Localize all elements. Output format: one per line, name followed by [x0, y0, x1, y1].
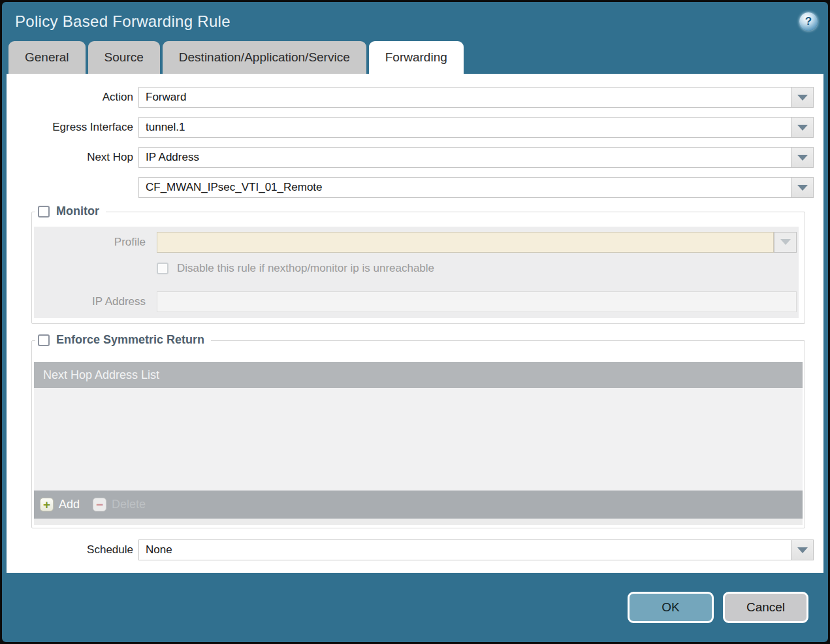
monitor-ip-address-label: IP Address	[34, 295, 157, 308]
next-hop-type-select	[138, 147, 814, 168]
cancel-button[interactable]: Cancel	[723, 592, 808, 623]
tab-forwarding[interactable]: Forwarding	[369, 41, 464, 74]
table-header: Next Hop Address List	[34, 362, 803, 388]
schedule-row: Schedule	[12, 539, 814, 560]
horizontal-scrollbar[interactable]	[34, 519, 803, 525]
egress-interface-label: Egress Interface	[12, 121, 138, 134]
action-input[interactable]	[138, 87, 791, 108]
next-hop-address-input[interactable]	[138, 177, 791, 198]
enforce-symmetric-return-legend: Enforce Symmetric Return	[35, 333, 211, 347]
delete-button: − Delete	[93, 498, 146, 511]
next-hop-label: Next Hop	[12, 151, 138, 164]
monitor-legend: Monitor	[35, 204, 106, 218]
chevron-down-icon	[797, 95, 808, 101]
next-hop-row: Next Hop	[12, 147, 814, 168]
disable-rule-label: Disable this rule if nexthop/monitor ip …	[177, 262, 434, 275]
schedule-label: Schedule	[12, 543, 138, 556]
profile-select	[157, 232, 797, 253]
egress-interface-select	[138, 117, 814, 138]
dialog-title: Policy Based Forwarding Rule	[15, 12, 231, 31]
next-hop-type-input[interactable]	[138, 147, 791, 168]
add-button-label: Add	[59, 498, 80, 511]
enforce-symmetric-return-section: Enforce Symmetric Return Next Hop Addres…	[31, 340, 805, 528]
next-hop-address-select	[138, 177, 814, 198]
forwarding-tab-panel: Action Egress Interface Next Hop	[7, 74, 823, 573]
tab-destination-application-service[interactable]: Destination/Application/Service	[163, 41, 366, 74]
next-hop-dropdown-button[interactable]	[791, 147, 814, 168]
action-label: Action	[12, 91, 138, 104]
egress-interface-row: Egress Interface	[12, 117, 814, 138]
add-button[interactable]: + Add	[40, 498, 80, 511]
tab-source[interactable]: Source	[88, 41, 160, 74]
tab-general[interactable]: General	[8, 41, 86, 74]
profile-dropdown-button	[774, 232, 797, 253]
policy-based-forwarding-dialog: Policy Based Forwarding Rule ? General S…	[2, 2, 828, 642]
minus-icon: −	[93, 498, 106, 511]
next-hop-address-list-table: Next Hop Address List + Add − Delete	[34, 362, 803, 525]
disable-rule-checkbox	[157, 263, 168, 274]
profile-input	[157, 232, 774, 253]
disable-rule-row: Disable this rule if nexthop/monitor ip …	[157, 261, 797, 275]
table-body	[34, 388, 803, 491]
plus-icon: +	[40, 498, 54, 511]
chevron-down-icon	[797, 125, 808, 131]
profile-row: Profile	[34, 231, 797, 253]
next-hop-address-row	[12, 177, 814, 198]
action-dropdown-button[interactable]	[791, 87, 814, 108]
chevron-down-icon	[797, 185, 808, 191]
ok-button[interactable]: OK	[628, 592, 714, 623]
egress-interface-input[interactable]	[138, 117, 791, 138]
delete-button-label: Delete	[112, 498, 146, 511]
action-row: Action	[12, 87, 814, 108]
schedule-select	[138, 539, 814, 560]
monitor-body: Profile Disable this rule if nexthop/mon…	[34, 227, 799, 318]
enforce-symmetric-return-checkbox[interactable]	[38, 334, 50, 346]
monitor-section: Monitor Profile Disable this rule if nex…	[31, 212, 805, 324]
dialog-titlebar: Policy Based Forwarding Rule ?	[2, 2, 828, 41]
enforce-symmetric-return-label: Enforce Symmetric Return	[56, 333, 204, 347]
next-hop-address-dropdown-button[interactable]	[791, 177, 814, 198]
monitor-checkbox[interactable]	[38, 206, 50, 217]
tab-bar: General Source Destination/Application/S…	[2, 41, 828, 74]
egress-interface-dropdown-button[interactable]	[791, 117, 814, 138]
chevron-down-icon	[797, 547, 808, 553]
chevron-down-icon	[797, 155, 808, 161]
help-icon[interactable]: ?	[799, 12, 818, 31]
table-toolbar: + Add − Delete	[34, 491, 803, 519]
dialog-button-bar: OK Cancel	[2, 573, 828, 642]
monitor-legend-label: Monitor	[56, 204, 99, 218]
monitor-ip-address-input	[157, 291, 797, 312]
profile-label: Profile	[34, 236, 157, 249]
action-select	[138, 87, 814, 108]
monitor-ip-address-row: IP Address	[34, 291, 797, 312]
schedule-input[interactable]	[138, 539, 791, 560]
chevron-down-icon	[780, 239, 791, 245]
schedule-dropdown-button[interactable]	[791, 539, 814, 560]
